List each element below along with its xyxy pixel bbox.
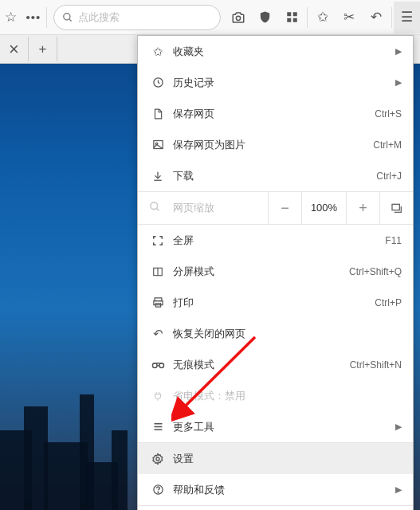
menu-reopen-closed[interactable]: ↶ 恢复关闭的网页 xyxy=(138,318,413,349)
gear-icon xyxy=(149,453,167,465)
menu-label: 保存网页为图片 xyxy=(173,138,373,152)
svg-point-23 xyxy=(156,457,159,461)
menu-fullscreen[interactable]: 全屏 F11 xyxy=(138,225,413,256)
camera-icon[interactable] xyxy=(226,2,252,33)
bookmark-star-icon[interactable]: ☆ xyxy=(0,2,22,33)
zoom-reset-button[interactable] xyxy=(379,191,413,225)
menu-print[interactable]: 打印 Ctrl+P xyxy=(138,287,413,318)
svg-point-2 xyxy=(237,16,241,20)
menu-incognito[interactable]: 无痕模式 Ctrl+Shift+N xyxy=(138,349,413,380)
menu-more-tools[interactable]: 更多工具 ▶ xyxy=(138,411,413,442)
fullscreen-icon xyxy=(149,235,167,246)
help-icon xyxy=(149,484,167,496)
svg-line-11 xyxy=(156,208,159,210)
more-dots-icon[interactable]: ••• xyxy=(22,2,45,33)
print-icon xyxy=(149,296,167,308)
list-icon xyxy=(149,421,167,433)
image-icon xyxy=(149,139,167,151)
menu-label: 帮助和反馈 xyxy=(173,483,391,497)
zoom-in-button[interactable]: + xyxy=(346,191,379,225)
menu-help[interactable]: 帮助和反馈 ▶ xyxy=(138,474,413,505)
menu-label: 恢复关闭的网页 xyxy=(173,327,402,341)
search-box[interactable] xyxy=(53,5,221,30)
separator xyxy=(391,7,392,28)
search-input[interactable] xyxy=(78,11,212,23)
shortcut: Ctrl+P xyxy=(375,297,402,308)
zoom-row: 网页缩放 − 100% + xyxy=(138,191,413,225)
hamburger-menu-icon[interactable]: ☰ xyxy=(394,2,420,33)
svg-line-1 xyxy=(69,18,72,21)
separator xyxy=(307,7,308,28)
favorite-add-icon[interactable]: ✩ xyxy=(309,2,336,33)
menu-label: 省电模式：禁用 xyxy=(173,389,402,403)
svg-point-25 xyxy=(158,492,159,492)
menu-label: 分屏模式 xyxy=(173,265,349,279)
tab-close-icon[interactable]: × xyxy=(0,37,29,61)
menu-save-image[interactable]: 保存网页为图片 Ctrl+M xyxy=(138,129,413,160)
svg-rect-4 xyxy=(293,12,297,16)
menu-label: 打印 xyxy=(173,296,375,310)
zoom-value: 100% xyxy=(301,191,346,225)
menu-label: 历史记录 xyxy=(173,76,391,90)
menu-save-page[interactable]: 保存网页 Ctrl+S xyxy=(138,98,413,129)
main-menu: ✩ 收藏夹 ▶ 历史记录 ▶ 保存网页 Ctrl+S 保存网页为图片 Ctrl+… xyxy=(137,35,414,510)
svg-rect-12 xyxy=(392,204,399,210)
svg-rect-6 xyxy=(293,18,297,22)
menu-favorites[interactable]: ✩ 收藏夹 ▶ xyxy=(138,36,413,67)
menu-history[interactable]: 历史记录 ▶ xyxy=(138,67,413,98)
menu-power-save: 省电模式：禁用 xyxy=(138,380,413,411)
zoom-search-icon xyxy=(149,201,167,215)
menu-label: 全屏 xyxy=(173,233,385,248)
svg-point-10 xyxy=(151,202,158,210)
search-icon xyxy=(62,12,73,23)
shortcut: Ctrl+Shift+N xyxy=(350,359,402,371)
shortcut: Ctrl+M xyxy=(373,139,402,151)
menu-label: 保存网页 xyxy=(173,107,375,121)
undo-icon[interactable]: ↶ xyxy=(363,2,389,33)
chevron-right-icon: ▶ xyxy=(395,77,402,88)
svg-point-0 xyxy=(64,13,70,19)
shield-icon[interactable] xyxy=(252,2,278,33)
plug-icon xyxy=(149,390,167,402)
apps-grid-icon[interactable] xyxy=(279,2,305,33)
download-icon xyxy=(149,171,167,182)
menu-label: 无痕模式 xyxy=(173,358,350,372)
undo-icon: ↶ xyxy=(149,327,167,341)
menu-set-default[interactable]: 👍 设为默认浏览器 xyxy=(138,506,413,510)
menu-label: 设置 xyxy=(173,452,402,466)
menu-settings[interactable]: 设置 xyxy=(138,443,413,474)
tab-new-icon[interactable]: + xyxy=(29,37,57,61)
shortcut: Ctrl+J xyxy=(376,171,402,182)
menu-label: 更多工具 xyxy=(173,420,391,434)
zoom-label: 网页缩放 xyxy=(173,201,214,215)
star-icon: ✩ xyxy=(149,45,167,59)
clock-icon xyxy=(149,76,167,88)
shortcut: Ctrl+S xyxy=(375,108,402,120)
separator xyxy=(46,7,47,28)
menu-label: 下载 xyxy=(173,169,376,183)
split-icon xyxy=(149,266,167,277)
menu-split-screen[interactable]: 分屏模式 Ctrl+Shift+Q xyxy=(138,256,413,287)
chevron-right-icon: ▶ xyxy=(395,484,402,495)
svg-rect-5 xyxy=(287,18,291,22)
chevron-right-icon: ▶ xyxy=(395,422,402,432)
mask-icon xyxy=(149,360,167,370)
chevron-right-icon: ▶ xyxy=(395,46,402,57)
page-icon xyxy=(149,108,167,120)
shortcut: Ctrl+Shift+Q xyxy=(349,266,402,277)
scissors-icon[interactable]: ✂ xyxy=(336,2,363,33)
svg-rect-3 xyxy=(287,12,291,16)
menu-label: 收藏夹 xyxy=(173,45,391,59)
shortcut: F11 xyxy=(385,235,402,246)
zoom-out-button[interactable]: − xyxy=(268,191,301,225)
menu-download[interactable]: 下载 Ctrl+J xyxy=(138,160,413,191)
